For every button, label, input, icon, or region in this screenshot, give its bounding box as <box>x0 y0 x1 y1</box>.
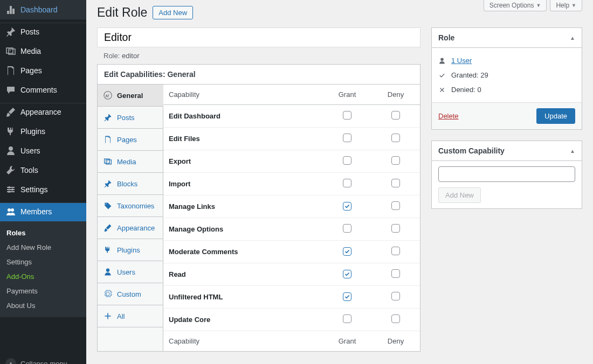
tab-blocks[interactable]: Blocks <box>98 173 163 195</box>
posts-icon <box>103 113 113 122</box>
settings-icon <box>5 184 16 195</box>
submenu-item[interactable]: Roles <box>0 226 86 240</box>
add-new-role-button[interactable]: Add New <box>153 6 193 19</box>
add-capability-button[interactable]: Add New <box>438 187 481 203</box>
dashboard-icon <box>5 4 16 15</box>
capability-name: Import <box>163 173 323 195</box>
page-title: Edit Role <box>97 5 147 20</box>
screen-options-button[interactable]: Screen Options▼ <box>484 0 547 11</box>
capability-name: Export <box>163 150 323 173</box>
capability-name: Edit Files <box>163 128 323 150</box>
tab-users[interactable]: Users <box>98 261 163 283</box>
tab-custom[interactable]: Custom <box>98 283 163 305</box>
role-box: Role▲ 1 User Granted: 29 Denied: 0 Delet… <box>431 27 582 130</box>
tab-label: All <box>117 312 125 320</box>
collapse-menu[interactable]: Collapse menu <box>0 354 86 364</box>
checked-checkbox[interactable] <box>343 247 351 256</box>
unchecked-checkbox[interactable] <box>391 247 400 255</box>
menu-posts[interactable]: Posts <box>0 23 86 41</box>
unchecked-checkbox[interactable] <box>391 224 400 233</box>
checked-checkbox[interactable] <box>343 270 351 278</box>
menu-dashboard[interactable]: Dashboard <box>0 0 86 19</box>
tab-media[interactable]: Media <box>98 151 163 173</box>
menu-pages[interactable]: Pages <box>0 61 86 80</box>
menu-members[interactable]: Members <box>0 202 86 221</box>
help-button[interactable]: Help▼ <box>550 0 582 11</box>
custom-box-header[interactable]: Custom Capability▲ <box>432 141 582 161</box>
submenu-item[interactable]: Add New Role <box>0 240 86 255</box>
unchecked-checkbox[interactable] <box>391 269 400 278</box>
role-box-header[interactable]: Role▲ <box>432 28 582 48</box>
menu-comments[interactable]: Comments <box>0 80 86 100</box>
unchecked-checkbox[interactable] <box>343 179 351 187</box>
tab-appearance[interactable]: Appearance <box>98 217 163 239</box>
unchecked-checkbox[interactable] <box>343 224 351 233</box>
submenu-item[interactable]: Settings <box>0 255 86 269</box>
pin-icon <box>5 26 16 37</box>
role-name-input[interactable] <box>98 28 420 47</box>
unchecked-checkbox[interactable] <box>343 134 351 142</box>
menu-appearance[interactable]: Appearance <box>0 103 86 122</box>
unchecked-checkbox[interactable] <box>391 156 400 165</box>
submenu-item[interactable]: About Us <box>0 298 86 313</box>
capability-row: Unfiltered HTML <box>163 286 420 309</box>
unchecked-checkbox[interactable] <box>391 179 400 187</box>
users-link[interactable]: 1 User <box>451 57 472 65</box>
menu-label: Appearance <box>20 108 61 116</box>
col-grant: Grant <box>323 85 371 105</box>
unchecked-checkbox[interactable] <box>343 111 351 120</box>
screen-meta: Screen Options▼ Help▼ <box>484 0 582 11</box>
unchecked-checkbox[interactable] <box>343 314 351 323</box>
x-icon <box>438 86 447 94</box>
capability-row: Manage Options <box>163 218 420 241</box>
capability-row: Moderate Comments <box>163 241 420 263</box>
blocks-icon <box>103 179 113 188</box>
submenu-item[interactable]: Add-Ons <box>0 269 86 284</box>
label: Help <box>556 2 569 9</box>
unchecked-checkbox[interactable] <box>391 201 400 210</box>
custom-capability-box: Custom Capability▲ Add New <box>431 141 582 209</box>
delete-role-link[interactable]: Delete <box>438 112 459 120</box>
custom-capability-input[interactable] <box>438 166 575 182</box>
appearance-icon <box>103 223 113 233</box>
unchecked-checkbox[interactable] <box>391 134 400 142</box>
checked-checkbox[interactable] <box>343 202 351 211</box>
label: Denied: 0 <box>451 86 481 94</box>
unchecked-checkbox[interactable] <box>391 292 400 300</box>
menu-settings[interactable]: Settings <box>0 180 86 199</box>
label: Granted: 29 <box>451 71 488 79</box>
tab-taxonomies[interactable]: Taxonomies <box>98 195 163 217</box>
custom-icon <box>103 289 113 299</box>
capability-name: Update Core <box>163 309 323 331</box>
menu-media[interactable]: Media <box>0 41 86 61</box>
tab-posts[interactable]: Posts <box>98 107 163 129</box>
capability-name: Unfiltered HTML <box>163 286 323 309</box>
collapse-label: Collapse menu <box>20 360 67 364</box>
label: Screen Options <box>489 2 534 9</box>
menu-users[interactable]: Users <box>0 141 86 160</box>
brush-icon <box>5 107 16 117</box>
tab-plugins[interactable]: Plugins <box>98 239 163 261</box>
tab-all[interactable]: All <box>98 305 163 327</box>
media-icon <box>103 157 113 166</box>
submenu-item[interactable]: Payments <box>0 284 86 298</box>
unchecked-checkbox[interactable] <box>343 156 351 165</box>
menu-plugins[interactable]: Plugins <box>0 122 86 141</box>
capability-name: Moderate Comments <box>163 241 323 263</box>
role-name-box <box>97 27 420 47</box>
tab-label: Users <box>117 268 135 276</box>
update-role-button[interactable]: Update <box>536 108 575 124</box>
tab-general[interactable]: General <box>98 85 163 107</box>
unchecked-checkbox[interactable] <box>391 314 400 323</box>
unchecked-checkbox[interactable] <box>391 111 400 120</box>
all-icon <box>103 311 113 321</box>
tab-label: Appearance <box>117 224 155 232</box>
menu-tools[interactable]: Tools <box>0 160 86 180</box>
tab-pages[interactable]: Pages <box>98 129 163 151</box>
tab-label: Media <box>117 158 136 166</box>
capability-name: Read <box>163 263 323 286</box>
admin-sidebar: Dashboard Posts Media Pages Comments App… <box>0 0 86 364</box>
col-grant: Grant <box>323 331 371 352</box>
menu-label: Plugins <box>20 127 45 136</box>
checked-checkbox[interactable] <box>343 292 351 301</box>
